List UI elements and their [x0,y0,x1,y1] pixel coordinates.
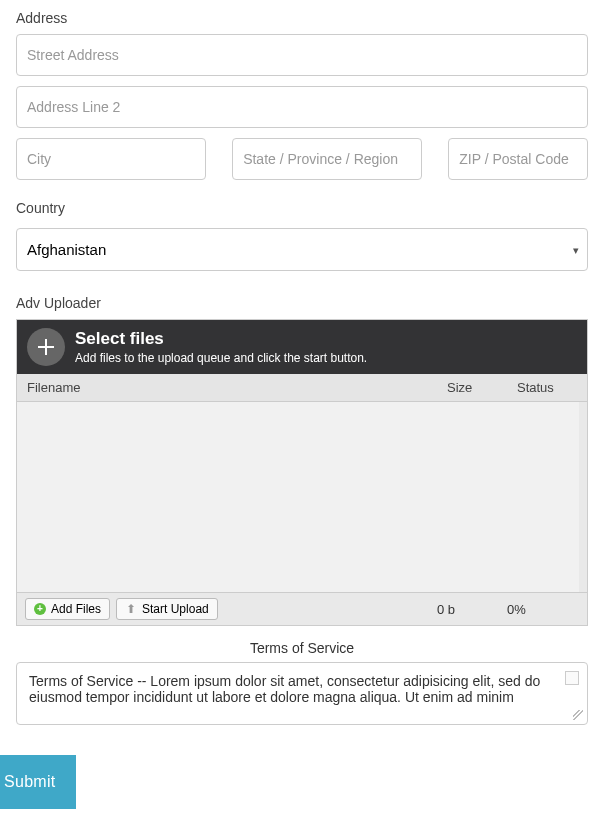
tos-box [16,662,588,725]
col-filename: Filename [17,374,437,401]
city-input[interactable] [16,138,206,180]
street-address-input[interactable] [16,34,588,76]
uploader-file-list[interactable] [17,402,587,592]
country-label: Country [16,200,588,216]
address-line2-input[interactable] [16,86,588,128]
add-files-button[interactable]: + Add Files [25,598,110,620]
uploader-footer: + Add Files ⬆ Start Upload 0 b 0% [17,592,587,625]
file-uploader: Select files Add files to the upload que… [16,319,588,626]
add-icon: + [34,603,46,615]
address-label: Address [16,10,588,26]
footer-status: 0% [507,602,587,617]
resize-handle-icon[interactable] [573,710,583,720]
uploader-title: Select files [75,329,367,349]
start-upload-button[interactable]: ⬆ Start Upload [116,598,218,620]
uploader-section-label: Adv Uploader [16,295,588,311]
tos-checkbox[interactable] [565,671,579,685]
uploader-subtitle: Add files to the upload queue and click … [75,351,367,365]
start-upload-label: Start Upload [142,602,209,616]
col-size: Size [437,374,507,401]
plus-icon [38,339,54,355]
state-input[interactable] [232,138,422,180]
country-select[interactable]: Afghanistan [17,229,587,270]
submit-button[interactable]: Submit [0,755,76,809]
uploader-header: Select files Add files to the upload que… [17,320,587,374]
zip-input[interactable] [448,138,588,180]
uploader-columns: Filename Size Status [17,374,587,402]
tos-label: Terms of Service [0,640,604,656]
add-circle-icon[interactable] [27,328,65,366]
add-files-label: Add Files [51,602,101,616]
country-select-wrap[interactable]: Afghanistan ▾ [16,228,588,271]
upload-icon: ⬆ [125,603,137,615]
footer-size: 0 b [437,602,507,617]
tos-textarea[interactable] [27,671,559,713]
col-status: Status [507,374,587,401]
